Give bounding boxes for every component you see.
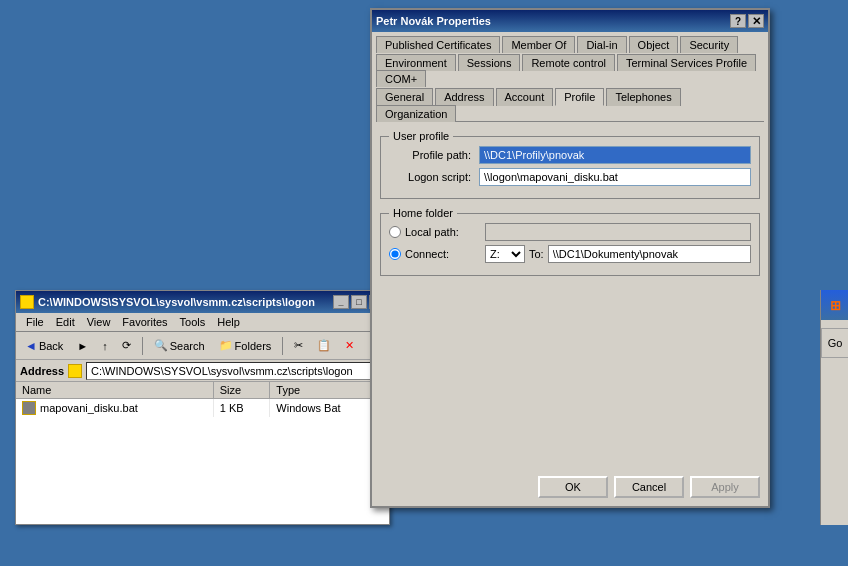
file-name-cell: mapovani_disku.bat <box>16 399 213 418</box>
apply-button[interactable]: Apply <box>690 476 760 498</box>
dialog-title: Petr Novák Properties <box>376 15 491 27</box>
file-table: Name Size Type mapovani_disku.bat 1 KB W… <box>16 382 389 417</box>
tabs-row-2: Environment Sessions Remote control Term… <box>372 54 768 86</box>
local-path-label: Local path: <box>405 226 485 238</box>
back-label: Back <box>39 340 63 352</box>
explorer-toolbar: ◄ Back ► ↑ ⟳ 🔍 Search 📁 Folders ✂ 📋 ✕ <box>16 332 389 360</box>
tab-member-of[interactable]: Member Of <box>502 36 575 53</box>
user-profile-fieldset: User profile Profile path: Logon script: <box>380 130 760 199</box>
forward-arrow-icon: ► <box>77 340 88 352</box>
up-button[interactable]: ↑ <box>97 337 113 355</box>
address-input[interactable] <box>86 362 385 380</box>
tab-com-plus[interactable]: COM+ <box>376 70 426 87</box>
explorer-window: C:\WINDOWS\SYSVOL\sysvol\vsmm.cz\scripts… <box>15 290 390 525</box>
copy-button[interactable]: 📋 <box>312 336 336 355</box>
folders-icon: 📁 <box>219 339 233 352</box>
explorer-title: C:\WINDOWS\SYSVOL\sysvol\vsmm.cz\scripts… <box>38 296 315 308</box>
tab-address[interactable]: Address <box>435 88 493 106</box>
menu-file[interactable]: File <box>20 315 50 329</box>
menu-tools[interactable]: Tools <box>174 315 212 329</box>
ok-button[interactable]: OK <box>538 476 608 498</box>
explorer-titlebar: C:\WINDOWS\SYSVOL\sysvol\vsmm.cz\scripts… <box>16 291 389 313</box>
go-label: Go <box>828 337 843 349</box>
logon-script-row: Logon script: <box>389 168 751 186</box>
local-path-input[interactable] <box>485 223 751 241</box>
address-folder-icon <box>68 364 82 378</box>
local-path-row: Local path: <box>389 223 751 241</box>
tab-security[interactable]: Security <box>680 36 738 53</box>
explorer-title-group: C:\WINDOWS\SYSVOL\sysvol\vsmm.cz\scripts… <box>20 295 315 309</box>
delete-button[interactable]: ✕ <box>340 336 359 355</box>
up-icon: ↑ <box>102 340 108 352</box>
menu-edit[interactable]: Edit <box>50 315 81 329</box>
tab-object[interactable]: Object <box>629 36 679 53</box>
user-profile-legend: User profile <box>389 130 453 142</box>
dialog-titlebar: Petr Novák Properties ? ✕ <box>372 10 768 32</box>
search-label: Search <box>170 340 205 352</box>
menu-help[interactable]: Help <box>211 315 246 329</box>
tab-published-certificates[interactable]: Published Certificates <box>376 36 500 53</box>
tabs-row-3: General Address Account Profile Telephon… <box>372 88 768 121</box>
forward-button[interactable]: ► <box>72 337 93 355</box>
to-label: To: <box>529 248 544 260</box>
refresh-icon: ⟳ <box>122 339 131 352</box>
toolbar-separator <box>142 337 143 355</box>
refresh-button[interactable]: ⟳ <box>117 336 136 355</box>
properties-dialog: Petr Novák Properties ? ✕ Published Cert… <box>370 8 770 508</box>
go-button[interactable]: Go <box>821 328 848 358</box>
home-folder-fieldset: Home folder Local path: Connect: Z: To: <box>380 207 760 276</box>
toolbar-separator-2 <box>282 337 283 355</box>
tab-organization[interactable]: Organization <box>376 105 456 122</box>
tab-account[interactable]: Account <box>496 88 554 106</box>
file-icon <box>22 401 36 415</box>
tab-telephones[interactable]: Telephones <box>606 88 680 106</box>
logon-script-input[interactable] <box>479 168 751 186</box>
search-button[interactable]: 🔍 Search <box>149 336 210 355</box>
menu-view[interactable]: View <box>81 315 117 329</box>
explorer-maximize-button[interactable]: □ <box>351 295 367 309</box>
menu-favorites[interactable]: Favorites <box>116 315 173 329</box>
local-path-radio[interactable] <box>389 226 401 238</box>
tab-dial-in[interactable]: Dial-in <box>577 36 626 53</box>
move-button[interactable]: ✂ <box>289 336 308 355</box>
connect-row: Connect: Z: To: <box>389 245 751 263</box>
close-button[interactable]: ✕ <box>748 14 764 28</box>
back-arrow-icon: ◄ <box>25 339 37 353</box>
logon-script-label: Logon script: <box>389 171 479 183</box>
file-size-cell: 1 KB <box>213 399 270 418</box>
dialog-titlebar-buttons: ? ✕ <box>730 14 764 28</box>
tab-remote-control[interactable]: Remote control <box>522 54 615 71</box>
folders-button[interactable]: 📁 Folders <box>214 336 277 355</box>
connect-input-group: Z: To: <box>485 245 751 263</box>
help-button[interactable]: ? <box>730 14 746 28</box>
search-icon: 🔍 <box>154 339 168 352</box>
tab-terminal-services-profile[interactable]: Terminal Services Profile <box>617 54 756 71</box>
cancel-button[interactable]: Cancel <box>614 476 684 498</box>
folders-label: Folders <box>235 340 272 352</box>
winxp-logo-text: ⊞ <box>830 298 841 313</box>
address-label: Address <box>20 365 64 377</box>
profile-path-row: Profile path: <box>389 146 751 164</box>
explorer-content: Name Size Type mapovani_disku.bat 1 KB W… <box>16 382 389 417</box>
column-size[interactable]: Size <box>213 382 270 399</box>
tab-profile[interactable]: Profile <box>555 88 604 106</box>
explorer-window-icon <box>20 295 34 309</box>
connect-drive-select[interactable]: Z: <box>485 245 525 263</box>
column-name[interactable]: Name <box>16 382 213 399</box>
tab-environment[interactable]: Environment <box>376 54 456 71</box>
connect-radio[interactable] <box>389 248 401 260</box>
winxp-logo: ⊞ <box>821 290 848 320</box>
back-button[interactable]: ◄ Back <box>20 336 68 356</box>
explorer-address-bar: Address <box>16 360 389 382</box>
explorer-menu: File Edit View Favorites Tools Help <box>16 313 389 332</box>
connect-to-input[interactable] <box>548 245 751 263</box>
explorer-minimize-button[interactable]: _ <box>333 295 349 309</box>
taskbar-panel: ⊞ Go <box>820 290 848 525</box>
tabs-row-1: Published Certificates Member Of Dial-in… <box>372 32 768 52</box>
file-name: mapovani_disku.bat <box>40 402 138 414</box>
profile-path-input[interactable] <box>479 146 751 164</box>
connect-label: Connect: <box>405 248 485 260</box>
tab-sessions[interactable]: Sessions <box>458 54 521 71</box>
tab-general[interactable]: General <box>376 88 433 106</box>
table-row[interactable]: mapovani_disku.bat 1 KB Windows Bat <box>16 399 389 418</box>
